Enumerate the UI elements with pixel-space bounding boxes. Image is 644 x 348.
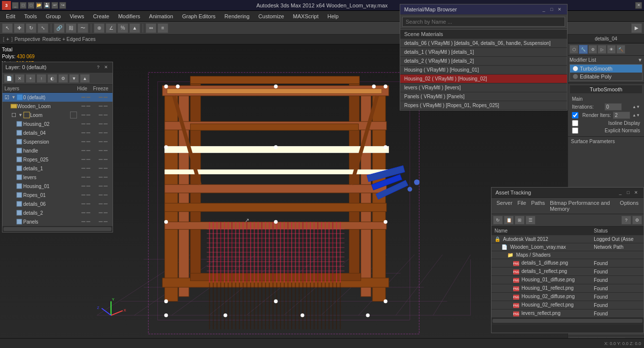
layer-row-details-2[interactable]: details_2 <box>2 208 113 217</box>
layer-expand-loom[interactable]: ▼ <box>18 113 23 117</box>
render-tool[interactable]: ▶ <box>631 23 642 33</box>
menu-tools[interactable]: Tools <box>20 12 41 20</box>
layer-delete-button[interactable]: ✕ <box>15 74 25 83</box>
layers-hscroll-track[interactable] <box>3 227 112 231</box>
undo-button[interactable]: ↩ <box>51 2 58 9</box>
at-btn-refresh[interactable]: ↻ <box>493 216 503 225</box>
layer-new-button[interactable]: 📄 <box>4 74 14 83</box>
mirror-tool[interactable]: ⇔ <box>146 23 156 33</box>
menu-animation[interactable]: Animation <box>145 12 177 20</box>
mb-item-housing-01[interactable]: Housing ( VRayMtl ) [Housing_01] <box>400 66 567 75</box>
rp-icon-modify[interactable]: 🔧 <box>579 45 588 54</box>
percent-snap[interactable]: % <box>117 23 128 33</box>
save-button[interactable]: 💾 <box>43 2 50 9</box>
menu-group[interactable]: Group <box>42 12 65 20</box>
scale-tool[interactable]: ⤡ <box>38 23 48 33</box>
asset-tracking-maximize[interactable]: □ <box>625 189 632 196</box>
layer-row-ropes-01[interactable]: Ropes_01 <box>2 191 113 199</box>
viewport-type[interactable]: Perspective <box>14 37 40 42</box>
snap-toggle[interactable]: ⊕ <box>94 23 105 33</box>
layer-expand-default[interactable]: ▼ <box>11 95 16 100</box>
layer-row-housing-02[interactable]: Housing_02 <box>2 119 113 128</box>
layer-select-button[interactable]: ↑ <box>37 74 46 83</box>
link-tool[interactable]: 🔗 <box>54 23 65 33</box>
table-row[interactable]: PNG levers_reflect.png Found <box>492 309 644 318</box>
layer-check-loom[interactable]: ☐ <box>10 112 17 118</box>
table-row[interactable]: 🔒 Autodesk Vault 2012 Logged Out (Asse <box>492 235 644 243</box>
table-row[interactable]: PNG Housing_02_diffuse.png Found <box>492 293 644 301</box>
at-btn-help[interactable]: ? <box>621 216 631 225</box>
asset-tracking-table-scroll[interactable]: Name Status 🔒 Autodesk Vault 2012 Logged… <box>492 227 644 318</box>
asset-tracking-input-row[interactable] <box>492 324 644 333</box>
iterations-input[interactable] <box>605 103 622 111</box>
rp-icon-utilities[interactable]: 🔨 <box>616 45 625 54</box>
rotate-tool[interactable]: ↻ <box>26 23 37 33</box>
unlink-tool[interactable]: ⛓ <box>66 23 76 33</box>
close-button[interactable]: ✕ <box>635 2 642 9</box>
rp-icon-hierarchy[interactable]: ⚙ <box>588 45 597 54</box>
mb-item-details-1[interactable]: details_1 ( VRayMtl ) [details_1] <box>400 48 567 57</box>
layers-scrollbar[interactable] <box>2 226 113 232</box>
layer-add-button[interactable]: + <box>26 74 36 83</box>
at-hscroll-track[interactable] <box>492 319 643 323</box>
material-browser-maximize[interactable]: □ <box>548 6 555 13</box>
at-btn-detail[interactable]: ☰ <box>526 216 535 225</box>
table-row[interactable]: PNG Housing_01_reflect.png Found <box>492 284 644 293</box>
at-btn-resolve[interactable]: 📋 <box>504 216 514 225</box>
layers-help-button[interactable]: ? <box>95 64 102 71</box>
menu-create[interactable]: Create <box>89 12 113 20</box>
rp-icon-motion[interactable]: ▷ <box>598 45 606 54</box>
table-row[interactable]: PNG details_1_reflect.png Found <box>492 268 644 276</box>
layer-row-details-04[interactable]: details_04 <box>2 128 113 137</box>
minimize-button[interactable]: _ <box>12 2 19 9</box>
modifier-list-dropdown-icon[interactable]: ▼ <box>638 57 643 63</box>
isoline-checkbox[interactable] <box>572 120 578 126</box>
render-iters-checkbox[interactable] <box>572 112 578 118</box>
at-menu-paths[interactable]: Paths <box>529 199 547 212</box>
menu-modifiers[interactable]: Modifiers <box>114 12 144 20</box>
layer-row-handle[interactable]: handle <box>2 146 113 155</box>
render-iters-input[interactable] <box>613 112 630 119</box>
layer-row-levers[interactable]: levers <box>2 173 113 182</box>
table-row[interactable]: PNG Housing_01_diffuse.png Found <box>492 276 644 284</box>
iterations-stepper[interactable]: ▲▼ <box>632 105 640 109</box>
viewport-plus[interactable]: + <box>6 37 9 42</box>
align-tool[interactable]: ≡ <box>157 23 168 33</box>
layer-row-details-1[interactable]: details_1 <box>2 164 113 173</box>
layer-row-panels[interactable]: Panels <box>2 217 113 226</box>
asset-tracking-minimize[interactable]: _ <box>617 189 624 196</box>
layer-check-default[interactable]: ☑ <box>3 94 10 101</box>
mb-item-housing-02[interactable]: Housing_02 ( VRayMtl ) [Housing_02] <box>400 75 567 83</box>
viewport-shade[interactable]: Realistic + Edged Faces <box>42 37 96 42</box>
modifier-turbosmooth[interactable]: TurboSmooth <box>570 65 642 73</box>
layer-row-default[interactable]: ☑ ▼ 0 (default) <box>2 93 113 102</box>
layer-row-housing-01[interactable]: Housing_01 <box>2 182 113 191</box>
at-btn-settings[interactable]: ⚙ <box>632 216 642 225</box>
rp-icon-display[interactable]: 👁 <box>607 45 616 54</box>
new-scene-button[interactable]: □ <box>28 2 35 9</box>
layer-row-loom[interactable]: ☐ ▼ Loom <box>2 111 113 119</box>
layer-move-button[interactable]: ▼ <box>69 74 79 83</box>
open-button[interactable]: 📂 <box>36 2 42 9</box>
at-menu-bitmap[interactable]: Bitmap Performance and Memory <box>548 199 617 212</box>
material-browser-minimize[interactable]: _ <box>540 6 547 13</box>
layer-settings-button[interactable]: ⚙ <box>58 74 68 83</box>
layers-close-button[interactable]: ✕ <box>103 64 110 71</box>
layer-highlight-button[interactable]: ◐ <box>47 74 57 83</box>
mb-item-details-06[interactable]: details_06 ( VRayMtl ) [details_04, deta… <box>400 39 567 48</box>
table-row[interactable]: 📄 Wooden_Loom_vray.max Network Path <box>492 243 644 251</box>
move-tool[interactable]: ✚ <box>14 23 25 33</box>
layer-row-wooden-loom[interactable]: Wooden_Loom <box>2 102 113 111</box>
menu-edit[interactable]: Edit <box>2 12 19 20</box>
layer-up-button[interactable]: ▲ <box>80 74 90 83</box>
render-iters-stepper[interactable]: ▲▼ <box>632 113 640 117</box>
table-row[interactable]: PNG details_1_diffuse.png Found <box>492 259 644 268</box>
rp-icon-create[interactable]: ⬡ <box>569 45 578 54</box>
modifier-editable-poly[interactable]: Editable Poly <box>570 73 642 80</box>
mb-item-panels[interactable]: Panels ( VRayMtl ) [Panels] <box>400 92 567 101</box>
angle-snap[interactable]: ∠ <box>106 23 116 33</box>
at-btn-thumbnail[interactable]: ⊞ <box>515 216 525 225</box>
layer-row-suspension[interactable]: Suspension <box>2 137 113 146</box>
restore-button[interactable]: □ <box>20 2 27 9</box>
asset-tracking-scrollbar[interactable] <box>492 318 644 324</box>
